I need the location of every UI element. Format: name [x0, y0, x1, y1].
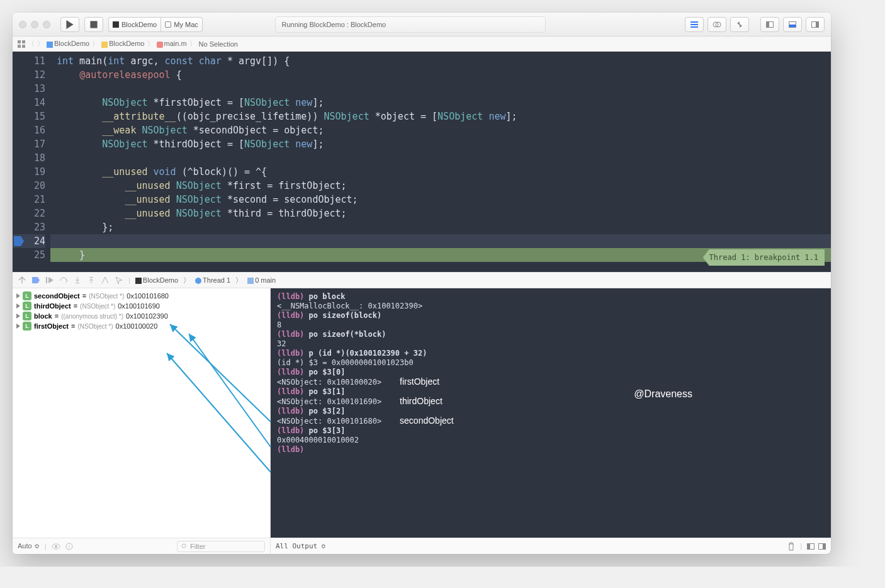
debug-view-icon[interactable]	[101, 276, 110, 285]
rings-icon	[713, 20, 721, 29]
code-line[interactable]	[50, 151, 831, 165]
trash-icon[interactable]	[787, 542, 795, 551]
editor-standard-button[interactable]	[685, 17, 704, 32]
variables-filter[interactable]: Filter	[177, 541, 265, 552]
editor-version-button[interactable]	[730, 17, 749, 32]
step-in-icon[interactable]	[73, 276, 82, 285]
variable-name: block	[34, 312, 52, 320]
disclosure-triangle-icon[interactable]	[16, 303, 20, 308]
line-number[interactable]: 20	[13, 179, 45, 193]
variable-row[interactable]: LthirdObject = (NSObject *) 0x100101690	[13, 301, 270, 311]
console-line: (lldb) po $3[2]	[277, 407, 825, 416]
project-icon	[47, 42, 53, 48]
nav-forward-button[interactable]: 〉	[37, 39, 44, 48]
line-number[interactable]: 15	[13, 110, 45, 123]
toggle-utilities-button[interactable]	[806, 17, 825, 32]
left-pane-icon	[766, 21, 774, 28]
line-number[interactable]: 13	[13, 82, 45, 96]
line-number[interactable]: 18	[13, 151, 45, 165]
disclosure-triangle-icon[interactable]	[16, 293, 20, 298]
code-line[interactable]	[50, 82, 831, 96]
variable-type: (NSObject *)	[80, 303, 115, 310]
console-line: 0x0004000010010002	[277, 436, 825, 445]
line-number[interactable]: 23	[13, 220, 45, 234]
continue-icon[interactable]	[45, 276, 54, 285]
console-footer: All Output ≎ |	[271, 538, 831, 554]
run-button[interactable]	[60, 17, 79, 32]
variable-row[interactable]: Lblock = ((anonymous struct) *) 0x100102…	[13, 311, 270, 321]
code-line[interactable]: __unused NSObject *second = secondObject…	[50, 193, 831, 206]
code-line[interactable]: __attribute__((objc_precise_lifetime)) N…	[50, 110, 831, 123]
close-icon[interactable]	[19, 21, 26, 28]
console-mode[interactable]: All Output ≎	[276, 541, 325, 551]
variable-row[interactable]: LfirstObject = (NSObject *) 0x100100020	[13, 321, 270, 331]
console-right-pane-icon[interactable]	[818, 543, 826, 550]
code-line[interactable]: @autoreleasepool {	[50, 68, 831, 82]
local-badge-icon: L	[23, 302, 31, 310]
line-number[interactable]: 17	[13, 137, 45, 151]
quicklook-icon[interactable]	[52, 543, 60, 550]
nav-back-button[interactable]: 〈	[28, 39, 35, 48]
console-line: <NSObject: 0x100101680> secondObject	[277, 416, 825, 426]
console-line: (lldb) po $3[1]	[277, 387, 825, 397]
location-icon[interactable]	[115, 276, 123, 285]
related-items-icon[interactable]	[18, 40, 25, 48]
console-output[interactable]: (lldb) po block<__NSMallocBlock__: 0x100…	[271, 288, 831, 538]
line-number[interactable]: 14	[13, 96, 45, 110]
code-line[interactable]: NSObject *thirdObject = [NSObject new];	[50, 137, 831, 151]
step-over-icon[interactable]	[59, 276, 68, 285]
toggle-navigator-button[interactable]	[760, 17, 779, 32]
annotation-label: thirdObject	[400, 396, 442, 406]
debug-process[interactable]: BlockDemo	[135, 276, 178, 284]
breakpoints-icon[interactable]	[31, 276, 40, 285]
jump-bar[interactable]: 〈 〉 BlockDemo 〉 BlockDemo 〉 main.m 〉 No …	[13, 37, 831, 52]
stop-button[interactable]	[84, 17, 103, 32]
toolbar: BlockDemo My Mac Running BlockDemo : Blo…	[13, 13, 831, 37]
code-line[interactable]: int main(int argc, const char * argv[]) …	[50, 54, 831, 68]
disclosure-triangle-icon[interactable]	[16, 314, 20, 319]
disclosure-triangle-icon[interactable]	[16, 324, 20, 329]
code-line[interactable]: NSObject *firstObject = [NSObject new];	[50, 96, 831, 110]
zoom-icon[interactable]	[43, 21, 50, 28]
local-badge-icon: L	[23, 312, 31, 320]
code-area[interactable]: int main(int argc, const char * argv[]) …	[50, 52, 831, 272]
code-line[interactable]: __unused NSObject *third = thirdObject;	[50, 206, 831, 220]
debug-thread[interactable]: Thread 1	[195, 276, 230, 284]
variable-row[interactable]: LsecondObject = (NSObject *) 0x100101680	[13, 291, 270, 301]
jumpbar-file[interactable]: main.m	[157, 40, 187, 47]
minimize-icon[interactable]	[31, 21, 38, 28]
line-gutter[interactable]: 111213141516171819202122232425	[13, 52, 50, 272]
svg-rect-5	[18, 45, 21, 48]
line-number[interactable]: 21	[13, 193, 45, 206]
line-number[interactable]: 12	[13, 68, 45, 82]
console-line: <__NSMallocBlock__: 0x100102390>	[277, 302, 825, 311]
scheme-selector[interactable]: BlockDemo My Mac	[108, 17, 203, 32]
hide-debug-icon[interactable]	[18, 276, 26, 285]
jumpbar-selection[interactable]: No Selection	[199, 40, 238, 48]
code-line[interactable]: };	[50, 220, 831, 234]
editor-assistant-button[interactable]	[707, 17, 726, 32]
line-number[interactable]: 11	[13, 54, 45, 68]
line-number[interactable]: 19	[13, 165, 45, 179]
console-left-pane-icon[interactable]	[807, 543, 815, 550]
step-out-icon[interactable]	[87, 276, 96, 285]
variable-type: ((anonymous struct) *)	[61, 313, 123, 320]
code-line[interactable]	[50, 234, 831, 248]
line-number[interactable]: 25	[13, 248, 45, 262]
line-number[interactable]: 24	[13, 234, 45, 248]
jumpbar-project[interactable]: BlockDemo	[47, 40, 89, 47]
info-icon[interactable]: i	[65, 543, 73, 550]
variables-list[interactable]: LsecondObject = (NSObject *) 0x100101680…	[13, 288, 270, 538]
right-pane-icon	[811, 21, 819, 28]
toggle-debug-button[interactable]	[783, 17, 802, 32]
code-line[interactable]: __weak NSObject *secondObject = object;	[50, 123, 831, 137]
line-number[interactable]: 16	[13, 123, 45, 137]
variables-mode[interactable]: Auto ≎	[18, 542, 40, 550]
code-line[interactable]: __unused void (^block)() = ^{	[50, 165, 831, 179]
debug-frame[interactable]: 0 main	[247, 276, 276, 284]
source-editor[interactable]: 111213141516171819202122232425 int main(…	[13, 52, 831, 272]
jumpbar-group[interactable]: BlockDemo	[101, 40, 144, 47]
console-line: (lldb) po $3[0]	[277, 368, 825, 377]
line-number[interactable]: 22	[13, 206, 45, 220]
code-line[interactable]: __unused NSObject *first = firstObject;	[50, 179, 831, 193]
